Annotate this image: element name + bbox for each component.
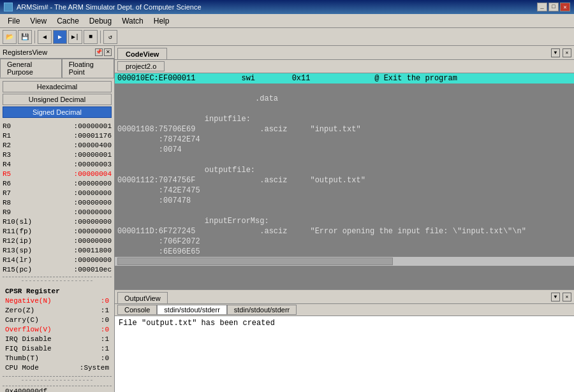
panel-pin-button[interactable]: 📌 [95,48,103,56]
minimize-button[interactable]: _ [537,3,547,11]
cpsr-irq-label: IRQ Disable [5,335,52,344]
close-button[interactable]: ✕ [560,3,570,11]
cpsr-carry: Carry(C) :0 [5,316,109,325]
reg-name-r8: R8 [3,198,11,208]
menu-watch[interactable]: Watch [117,15,149,27]
reg-name-r2: R2 [3,141,11,150]
reg-name-r11: R11(fp) [3,227,32,236]
reg-value-r13: :00011800 [74,246,112,256]
pc-display: 0x400000df [3,386,112,392]
reg-name-r12: R12(ip) [3,236,32,246]
cpsr-irq: IRQ Disable :1 [5,335,109,344]
menu-file[interactable]: File [3,15,25,27]
subtab-stdout-2[interactable]: stdin/stdout/stderr [227,305,297,315]
subtab-console[interactable]: Console [117,305,157,315]
open-button[interactable]: 📂 [3,30,17,44]
menu-cache[interactable]: Cache [52,15,84,27]
registers-list: R0 :00000001 R1 :00001176 R2 :00000400 R… [0,120,114,392]
reg-value-r6: :00000000 [74,179,112,189]
maximize-button[interactable]: □ [548,3,559,11]
output-text: File "output.txt" has been created [119,319,275,328]
reg-value-r8: :00000000 [74,198,112,208]
code-view-close[interactable]: ✕ [563,48,571,57]
tab-output-view[interactable]: OutputView [117,292,168,303]
reg-name-r7: R7 [3,189,11,198]
step-back-button[interactable]: ◀ [38,30,52,44]
tab-code-view[interactable]: CodeView [117,48,167,59]
menu-debug[interactable]: Debug [84,15,117,27]
reg-value-r0: :00000001 [74,122,112,131]
cpsr-overflow-value: :0 [101,325,109,335]
file-tab-project2[interactable]: project2.o [117,61,165,71]
reg-row-r12: R12(ip) :00000000 [3,236,112,246]
app-icon [4,3,13,11]
tab-general-purpose[interactable]: General Purpose [0,59,62,78]
cpsr-fiq-value: :1 [101,344,109,354]
cpsr-negative-value: :0 [101,296,109,306]
code-line-4: inputfile: [115,114,574,124]
reg-name-r14: R14(lr) [3,256,32,265]
signed-decimal-button[interactable]: Signed Decimal [3,106,112,118]
output-view-dropdown[interactable]: ▼ [551,293,560,301]
output-view-close[interactable]: ✕ [563,293,571,301]
save-button[interactable]: 💾 [18,30,32,44]
code-line-6: :78742E74 [115,134,574,145]
stop-button[interactable]: ■ [84,30,98,44]
reg-value-r1: :00001176 [74,131,112,141]
code-view-dropdown[interactable]: ▼ [551,48,560,57]
toolbar: 📂 💾 ◀ ▶ ▶| ■ ↺ [0,28,574,46]
cpsr-mode-label: CPU Mode [5,363,39,373]
cpsr-overflow-label: Overflow(V) [5,325,52,335]
reg-name-r5: R5 [3,170,11,179]
app-title: ARMSim# - The ARM Simulator Dept. of Com… [17,3,202,11]
code-line-12: :007478 [115,196,574,206]
code-highlighted-line: 000010EC:EF000011 swi 0x11 @ Exit the pr… [115,73,574,83]
menu-bar: File View Cache Debug Watch Help [0,14,574,28]
right-panel: CodeView ▼ ✕ project2.o 000010EC:EF00001… [115,46,574,392]
output-subtabs: Console stdin/stdout/stderr stdin/stdout… [115,304,574,316]
code-view-tab-bar: CodeView ▼ ✕ [115,46,574,60]
play-button[interactable]: ▶ [53,30,67,44]
step-button[interactable]: ▶| [68,30,82,44]
reg-row-r0: R0 :00000001 [3,122,112,131]
cpsr-mode-value: :System [80,363,109,373]
code-line-5: 00001108:75706E69 .asciz "input.txt" [115,124,574,134]
cpsr-negative-label: Negative(N) [5,296,52,306]
menu-view[interactable]: View [25,15,52,27]
reg-name-r0: R0 [3,122,11,131]
cpsr-overflow: Overflow(V) :0 [5,325,109,335]
code-line-13 [115,206,574,216]
main-container: RegistersView 📌 ✕ General Purpose Floati… [0,46,574,392]
reg-name-r10: R10(sl) [3,217,32,227]
unsigned-decimal-button[interactable]: Unsigned Decimal [3,94,112,105]
code-area[interactable]: 000010EC:EF000011 swi 0x11 @ Exit the pr… [115,73,574,289]
reg-row-r10: R10(sl) :00000000 [3,217,112,227]
tab-floating-point[interactable]: Floating Point [62,59,114,78]
reg-name-r9: R9 [3,208,11,217]
pc-value: 0x400000df [5,388,47,392]
reg-value-r11: :00000000 [74,227,112,236]
reg-value-r4: :00000003 [74,160,112,170]
reg-row-r3: R3 :00000001 [3,150,112,160]
cpsr-zero-value: :1 [101,306,109,316]
reg-row-r1: R1 :00001176 [3,131,112,141]
reg-value-r7: :00000000 [74,189,112,198]
reg-value-r3: :00000001 [74,150,112,160]
toolbar-separator-2 [100,31,101,43]
code-line-15: 0000111D:6F727245 .asciz "Error opening … [115,226,574,236]
output-content: File "output.txt" has been created [115,316,574,392]
reg-row-r8: R8 :00000000 [3,198,112,208]
code-line-11: :742E7475 [115,185,574,196]
hexadecimal-button[interactable]: Hexadecimal [3,81,112,92]
cpsr-zero: Zero(Z) :1 [5,306,109,316]
reg-name-r3: R3 [3,150,11,160]
reset-button[interactable]: ↺ [103,30,117,44]
subtab-stdout-1[interactable]: stdin/stdout/stderr [157,305,226,315]
panel-close-button[interactable]: ✕ [104,48,112,56]
cpsr-fiq: FIQ Disable :1 [5,344,109,354]
reg-value-r2: :00000400 [74,141,112,150]
cpsr-carry-value: :0 [101,316,109,325]
reg-value-r5: :00000004 [74,170,112,179]
menu-help[interactable]: Help [149,15,175,27]
code-hscrollbar[interactable] [115,257,574,266]
